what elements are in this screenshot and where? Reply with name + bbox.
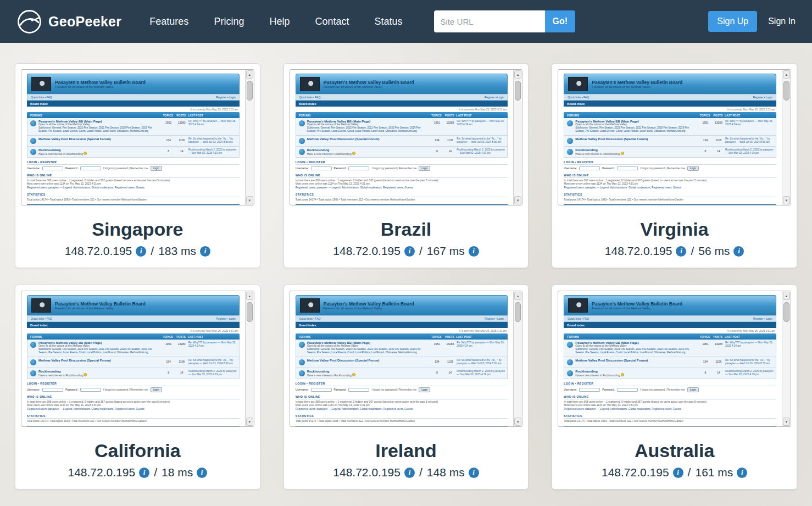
forum-login-form: Username: Password: I forgot my password… <box>27 166 240 171</box>
forum-topic-icon <box>30 149 36 155</box>
latency-info-icon[interactable]: i <box>469 246 479 257</box>
forum-current-time: It is currently Mon May 26, 2025 3:31 am <box>27 328 240 333</box>
preview-scrollbar[interactable]: ▲ ▼ <box>245 291 254 426</box>
site-preview[interactable]: Pasayten's Methow Valley Bulletin Board … <box>21 291 254 427</box>
scroll-down-icon[interactable]: ▼ <box>783 418 790 426</box>
forum-desc: Have a new interest in Rockhounding <box>575 152 697 155</box>
forum-desc: Open to all the voices of the Methow Val… <box>307 123 429 126</box>
last-post: Rockhounding March 2, 2025 by pasayten —… <box>725 370 774 377</box>
col-last-post: LAST POST <box>188 114 236 117</box>
forum-link: Methow Valley Pool Discussion (Special F… <box>38 137 160 141</box>
forum-desc: Have a new interest in Rockhounding <box>38 373 160 377</box>
site-preview[interactable]: Pasayten's Methow Valley Bulletin Board … <box>558 69 791 205</box>
scrollbar-thumb[interactable] <box>515 81 521 101</box>
username-label: Username: <box>27 388 40 391</box>
nav-link-help[interactable]: Help <box>257 9 302 34</box>
posts-count: 14 <box>175 148 188 153</box>
username-label: Username: <box>564 388 577 391</box>
latency-info-icon[interactable]: i <box>200 246 210 257</box>
scroll-down-icon[interactable]: ▼ <box>783 196 790 204</box>
ip-info-icon[interactable]: i <box>139 468 149 478</box>
online-text-2: Most users ever online was 1134 on Thu M… <box>27 182 240 186</box>
region-name: Australia <box>558 440 791 461</box>
ip-address: 148.72.0.195 <box>605 244 672 258</box>
login-register-label: LOGIN • REGISTER <box>296 382 508 386</box>
scrollbar-thumb[interactable] <box>247 81 253 101</box>
forum-topic-icon <box>567 342 573 348</box>
go-button[interactable]: Go! <box>545 10 576 32</box>
scroll-down-icon[interactable]: ▼ <box>246 418 253 426</box>
online-text-2: Most users ever online was 1134 on Thu M… <box>296 182 508 186</box>
col-forums: FORUMS <box>30 335 162 338</box>
nav-link-status[interactable]: Status <box>362 9 415 34</box>
preview-scrollbar[interactable]: ▲ ▼ <box>782 70 791 205</box>
forum-row-rockhounding: Rockhounding Have a new interest in Rock… <box>27 147 240 158</box>
scrollbar-thumb[interactable] <box>247 302 253 322</box>
scrollbar-track[interactable] <box>514 79 521 196</box>
ip-info-icon[interactable]: i <box>673 468 683 478</box>
forum-table-header: FORUMS TOPICS POSTS LAST POST <box>296 112 508 118</box>
signin-link[interactable]: Sign In <box>768 16 796 26</box>
forum-register-login: Register • Login <box>216 317 235 320</box>
preview-scrollbar[interactable]: ▲ ▼ <box>782 291 791 426</box>
site-url-input[interactable] <box>434 10 545 32</box>
latency-info-icon[interactable]: i <box>197 468 207 478</box>
scroll-up-icon[interactable]: ▲ <box>246 70 253 79</box>
scrollbar-thumb[interactable] <box>783 81 789 101</box>
nav-link-features[interactable]: Features <box>137 9 201 34</box>
who-is-online-section: WHO IS ONLINE In total there are 368 use… <box>27 174 240 190</box>
region-card-australia: Pasayten's Methow Valley Bulletin Board … <box>552 285 797 490</box>
ip-info-icon[interactable]: i <box>404 246 415 257</box>
forum-current-time: It is currently Mon May 26, 2025 3:31 am <box>564 107 776 112</box>
preview-scrollbar[interactable]: ▲ ▼ <box>245 70 254 205</box>
nav-link-pricing[interactable]: Pricing <box>201 9 257 34</box>
scrollbar-thumb[interactable] <box>783 302 789 322</box>
ip-info-icon[interactable]: i <box>404 468 415 478</box>
latency-info-icon[interactable]: i <box>737 468 747 478</box>
site-preview[interactable]: Pasayten's Methow Valley Bulletin Board … <box>290 69 523 205</box>
forum-subforums: Subforums: General, Fire Season, 2023 Fi… <box>38 126 160 134</box>
username-input <box>42 388 63 392</box>
ip-info-icon[interactable]: i <box>136 246 146 257</box>
site-preview[interactable]: Pasayten's Methow Valley Bulletin Board … <box>21 69 254 205</box>
col-posts: POSTS <box>175 335 188 338</box>
brand[interactable]: GeoPeeker <box>16 9 121 35</box>
who-is-online-section: WHO IS ONLINE In total there are 368 use… <box>296 395 508 412</box>
scrollbar-track[interactable] <box>246 301 253 417</box>
scrollbar-track[interactable] <box>514 301 521 417</box>
site-preview[interactable]: Pasayten's Methow Valley Bulletin Board … <box>558 291 791 427</box>
nav-link-contact[interactable]: Contact <box>302 9 361 34</box>
scroll-up-icon[interactable]: ▲ <box>246 292 253 300</box>
scroll-down-icon[interactable]: ▼ <box>514 196 521 204</box>
scroll-up-icon[interactable]: ▲ <box>514 70 521 79</box>
scroll-up-icon[interactable]: ▲ <box>783 292 790 300</box>
latency-info-icon[interactable]: i <box>469 468 479 478</box>
forum-subtitle: Freedom for all voices of the Methow Val… <box>592 307 682 310</box>
last-post: Rockhounding March 2, 2025 by pasayten —… <box>725 148 774 155</box>
ip-info-icon[interactable]: i <box>676 246 686 257</box>
scrollbar-track[interactable] <box>246 79 253 196</box>
col-topics: TOPICS <box>698 335 711 338</box>
scrollbar-track[interactable] <box>783 79 790 196</box>
latency-info-icon[interactable]: i <box>733 246 744 257</box>
scroll-up-icon[interactable]: ▲ <box>783 70 790 79</box>
scroll-down-icon[interactable]: ▼ <box>246 196 253 204</box>
forum-logo-image <box>31 298 51 313</box>
col-last-post: LAST POST <box>725 114 773 117</box>
forum-current-time: It is currently Mon May 26, 2025 3:31 am <box>296 328 508 333</box>
scroll-up-icon[interactable]: ▲ <box>514 292 521 300</box>
preview-scrollbar[interactable]: ▲ ▼ <box>513 291 522 426</box>
forum-row-main: Pasayten's Methow Valley BB (Main Page) … <box>27 340 240 357</box>
forum-topic-icon <box>30 370 36 376</box>
forum-topic-icon <box>30 359 36 365</box>
col-forums: FORUMS <box>299 114 430 117</box>
forum-subtitle: Freedom for all voices of the Methow Val… <box>592 85 682 88</box>
signup-button[interactable]: Sign Up <box>708 11 757 32</box>
scrollbar-thumb[interactable] <box>515 302 521 322</box>
scrollbar-track[interactable] <box>783 301 790 417</box>
scroll-down-icon[interactable]: ▼ <box>514 418 521 426</box>
last-post: Re: Why??? by pasayten — Mon May 26, 202… <box>188 341 237 348</box>
forum-login-form: Username: Password: I forgot my password… <box>296 166 508 171</box>
preview-scrollbar[interactable]: ▲ ▼ <box>513 70 522 205</box>
site-preview[interactable]: Pasayten's Methow Valley Bulletin Board … <box>290 291 523 427</box>
